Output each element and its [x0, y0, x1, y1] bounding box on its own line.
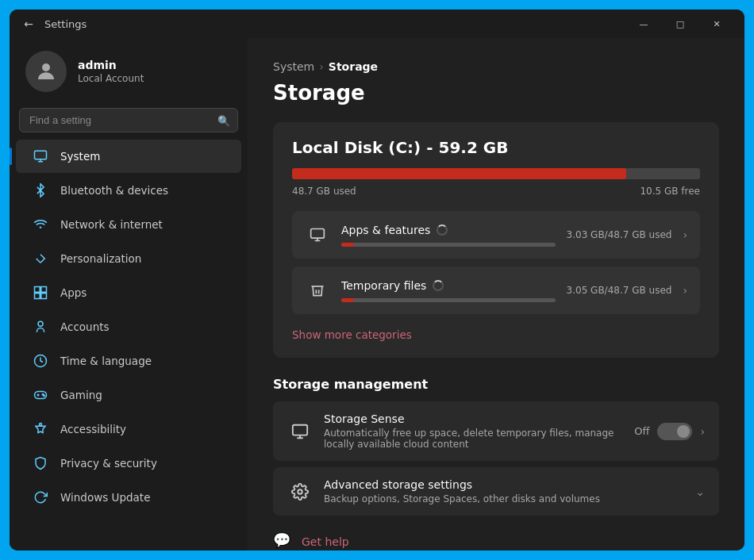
search-box: 🔍 [19, 108, 238, 132]
storage-bar [292, 168, 700, 179]
sidebar: admin Local Account 🔍 System Bluetooth &… [10, 38, 248, 550]
storage-bar-fill [292, 168, 626, 179]
sidebar-item-bluetooth[interactable]: Bluetooth & devices [16, 174, 241, 207]
settings-window: ← Settings — □ ✕ admin Local Accoun [10, 10, 744, 550]
window-controls: — □ ✕ [625, 11, 735, 36]
sidebar-item-label: Personalization [60, 252, 141, 265]
svg-point-0 [42, 63, 50, 71]
sidebar-item-gaming[interactable]: Gaming [16, 378, 241, 412]
disk-item-0[interactable]: Apps & features 3.03 GB/48.7 GB used › [292, 211, 700, 259]
mgmt-item-1[interactable]: Advanced storage settings Backup options… [273, 467, 719, 516]
accounts-icon [32, 318, 49, 336]
svg-rect-1 [35, 151, 47, 159]
svg-point-16 [298, 489, 302, 494]
mgmt-info-0: Storage Sense Automatically free up spac… [324, 412, 623, 450]
sidebar-item-label: Accounts [60, 320, 110, 333]
sidebar-item-accounts[interactable]: Accounts [16, 310, 241, 343]
sidebar-item-privacy[interactable]: Privacy & security [16, 447, 241, 480]
chevron-right-icon-1: › [683, 284, 687, 297]
get-help[interactable]: 💬 Get help [273, 531, 719, 550]
system-icon [32, 148, 49, 165]
mgmt-item-0[interactable]: Storage Sense Automatically free up spac… [273, 401, 719, 461]
privacy-icon [32, 455, 49, 472]
back-button[interactable]: ← [19, 14, 38, 33]
disk-item-name-1: Temporary files [341, 279, 556, 292]
disk-item-size-1: 3.05 GB/48.7 GB used [567, 285, 672, 296]
sidebar-item-label: Time & language [60, 355, 152, 367]
minimize-button[interactable]: — [625, 11, 662, 36]
nav-list: System Bluetooth & devices Network & int… [10, 139, 248, 515]
personalization-icon [32, 250, 49, 267]
title-bar: ← Settings — □ ✕ [10, 10, 744, 38]
bluetooth-icon [32, 182, 49, 199]
search-icon: 🔍 [217, 114, 230, 126]
sidebar-item-system[interactable]: System [16, 140, 241, 173]
mgmt-name-0: Storage Sense [324, 412, 623, 425]
mgmt-items: Storage Sense Automatically free up spac… [273, 401, 719, 516]
mgmt-item-right-0: Off › [634, 423, 705, 440]
breadcrumb: System › Storage [273, 60, 719, 73]
sidebar-item-label: Network & internet [60, 218, 163, 231]
maximize-button[interactable]: □ [662, 11, 698, 36]
disk-item-info-1: Temporary files [341, 279, 556, 302]
user-avatar-icon [34, 59, 58, 83]
help-icon: 💬 [273, 531, 294, 550]
user-info: admin Local Account [78, 59, 232, 84]
show-more-button[interactable]: Show more categories [292, 328, 412, 341]
sidebar-item-label: Bluetooth & devices [60, 184, 168, 197]
accessibility-icon [32, 420, 49, 438]
disk-item-1[interactable]: Temporary files 3.05 GB/48.7 GB used › [292, 267, 700, 314]
disk-item-info-0: Apps & features [341, 224, 556, 247]
title-bar-left: ← Settings [19, 14, 625, 33]
sidebar-item-accessibility[interactable]: Accessibility [16, 412, 241, 446]
disk-items: Apps & features 3.03 GB/48.7 GB used › T… [292, 211, 700, 314]
content-area: System › Storage Storage Local Disk (C:)… [248, 38, 744, 550]
get-help-label: Get help [302, 535, 349, 548]
toggle-0[interactable] [657, 423, 692, 440]
svg-point-6 [38, 321, 43, 326]
sidebar-item-label: Apps [60, 286, 87, 299]
chevron-right-icon-0: › [683, 228, 687, 241]
mgmt-name-1: Advanced storage settings [324, 478, 684, 491]
disk-title: Local Disk (C:) - 59.2 GB [292, 138, 700, 157]
chevron-right-mgmt-0: › [700, 425, 705, 438]
close-button[interactable]: ✕ [698, 11, 735, 36]
apps-icon [32, 284, 49, 301]
disk-item-icon-0 [305, 222, 330, 247]
storage-used-label: 48.7 GB used [292, 186, 356, 197]
disk-item-size-0: 3.03 GB/48.7 GB used [567, 229, 672, 240]
user-subtitle: Local Account [78, 73, 232, 84]
sidebar-item-time[interactable]: Time & language [16, 344, 241, 378]
time-icon [32, 352, 49, 370]
disk-item-name-0: Apps & features [341, 224, 556, 236]
search-input[interactable] [19, 108, 238, 132]
toggle-label-0: Off [634, 425, 649, 437]
sidebar-item-label: Windows Update [60, 491, 150, 504]
mgmt-icon-1 [287, 479, 313, 504]
user-section: admin Local Account [10, 38, 248, 108]
network-icon [32, 216, 49, 233]
breadcrumb-parent: System [273, 60, 314, 73]
sidebar-item-label: Gaming [60, 389, 102, 401]
sidebar-item-apps[interactable]: Apps [16, 276, 241, 309]
disk-item-bar-fill-1 [341, 298, 354, 302]
user-name: admin [78, 59, 232, 71]
sidebar-item-network[interactable]: Network & internet [16, 208, 241, 241]
svg-rect-4 [35, 293, 40, 299]
sidebar-item-update[interactable]: Windows Update [16, 481, 241, 514]
storage-labels: 48.7 GB used 10.5 GB free [292, 186, 700, 197]
window-title: Settings [44, 18, 87, 30]
page-title: Storage [273, 81, 719, 105]
svg-rect-5 [41, 293, 47, 299]
mgmt-desc-1: Backup options, Storage Spaces, other di… [324, 493, 684, 504]
sidebar-item-label: Privacy & security [60, 457, 157, 470]
svg-point-12 [44, 395, 45, 397]
disk-section: Local Disk (C:) - 59.2 GB 48.7 GB used 1… [273, 122, 719, 358]
disk-item-bar-fill-0 [341, 243, 354, 247]
avatar [25, 51, 67, 92]
svg-rect-2 [35, 287, 40, 293]
sidebar-item-personalization[interactable]: Personalization [16, 242, 241, 275]
storage-management-title: Storage management [273, 377, 719, 392]
gaming-icon [32, 386, 49, 404]
chevron-down-icon-1: ⌄ [695, 485, 705, 498]
